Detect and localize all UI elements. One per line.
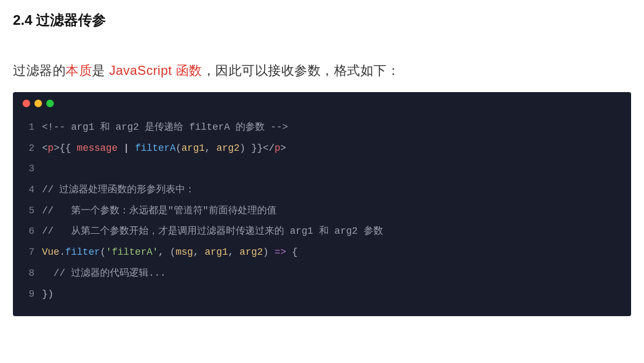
paren: ( (100, 247, 106, 257)
line-number: 5 (23, 200, 34, 221)
paren: ) (263, 247, 269, 257)
line-number: 7 (23, 242, 34, 263)
code-line-1: 1 <!-- arg1 和 arg2 是传递给 filterA 的参数 --> (23, 117, 621, 138)
line-number: 2 (23, 138, 34, 159)
param: arg1 (205, 247, 228, 257)
minimize-dot-icon (34, 100, 42, 107)
brace: } (42, 289, 48, 299)
pipe-operator: | (117, 143, 135, 153)
mustache-close: }} (245, 143, 263, 153)
intro-text-3: ，因此可以接收参数，格式如下： (202, 63, 400, 78)
code-content: <p>{{ message | filterA(arg1, arg2) }}</… (42, 138, 286, 159)
tag-bracket: < (42, 143, 48, 153)
line-number: 4 (23, 179, 34, 200)
code-comment: // 过滤器的代码逻辑... (54, 268, 166, 278)
close-dot-icon (23, 100, 30, 107)
comma: , (158, 247, 170, 257)
code-content: // 过滤器的代码逻辑... (42, 263, 166, 284)
code-content: Vue.filter('filterA', (msg, arg1, arg2) … (42, 242, 298, 263)
paren: ( (170, 247, 176, 257)
code-comment: // 从第二个参数开始，才是调用过滤器时传递过来的 arg1 和 arg2 参数 (42, 221, 383, 242)
line-number: 6 (23, 221, 34, 242)
code-content: }) (42, 284, 54, 305)
maximize-dot-icon (46, 100, 54, 107)
line-number: 3 (23, 158, 34, 179)
code-line-8: 8 // 过滤器的代码逻辑... (23, 263, 621, 284)
code-line-9: 9 }) (23, 284, 621, 305)
code-line-2: 2 <p>{{ message | filterA(arg1, arg2) }}… (23, 138, 621, 159)
code-line-6: 6 // 从第二个参数开始，才是调用过滤器时传递过来的 arg1 和 arg2 … (23, 221, 621, 242)
code-block: 1 <!-- arg1 和 arg2 是传递给 filterA 的参数 --> … (13, 92, 631, 316)
section-heading: 2.4 过滤器传参 (13, 11, 631, 30)
code-line-4: 4 // 过滤器处理函数的形参列表中： (23, 179, 621, 200)
code-line-3: 3 (23, 158, 621, 179)
param: arg2 (239, 247, 263, 257)
intro-text-1: 过滤器的 (13, 63, 66, 78)
code-comment: // 过滤器处理函数的形参列表中： (42, 179, 195, 200)
code-comment: <!-- arg1 和 arg2 是传递给 filterA 的参数 --> (42, 117, 288, 138)
variable: message (77, 143, 118, 153)
string: 'filterA' (106, 247, 158, 257)
intro-paragraph: 过滤器的本质是 JavaScript 函数，因此可以接收参数，格式如下： (13, 62, 631, 79)
comma: , (205, 143, 217, 153)
tag-bracket: > (54, 143, 60, 153)
arrow: => (268, 247, 292, 257)
tag-name: p (48, 143, 54, 153)
line-number: 1 (23, 117, 34, 138)
object: Vue (42, 247, 59, 257)
window-traffic-lights (13, 100, 631, 117)
paren: ( (176, 143, 182, 153)
tag-bracket: </ (263, 143, 275, 153)
code-lines: 1 <!-- arg1 和 arg2 是传递给 filterA 的参数 --> … (13, 117, 631, 304)
line-number: 9 (23, 284, 34, 305)
comma: , (193, 247, 205, 257)
tag-name: p (274, 143, 280, 153)
param: arg1 (181, 143, 204, 153)
method: filter (65, 247, 100, 257)
brace: { (292, 247, 298, 257)
code-comment: // 第一个参数：永远都是"管道符"前面待处理的值 (42, 200, 277, 221)
intro-emphasis-1: 本质 (66, 63, 92, 78)
paren: ) (239, 143, 245, 153)
code-line-5: 5 // 第一个参数：永远都是"管道符"前面待处理的值 (23, 200, 621, 221)
param: arg2 (216, 143, 239, 153)
indent (42, 268, 54, 278)
dot: . (59, 247, 65, 257)
tag-bracket: > (280, 143, 286, 153)
filter-name: filterA (135, 143, 176, 153)
code-line-7: 7 Vue.filter('filterA', (msg, arg1, arg2… (23, 242, 621, 263)
intro-emphasis-2: JavaScript 函数 (109, 63, 202, 78)
mustache-open: {{ (59, 143, 76, 153)
paren: ) (48, 289, 54, 299)
intro-text-2: 是 (92, 63, 109, 78)
line-number: 8 (23, 263, 34, 284)
comma: , (228, 247, 240, 257)
param: msg (175, 247, 193, 257)
